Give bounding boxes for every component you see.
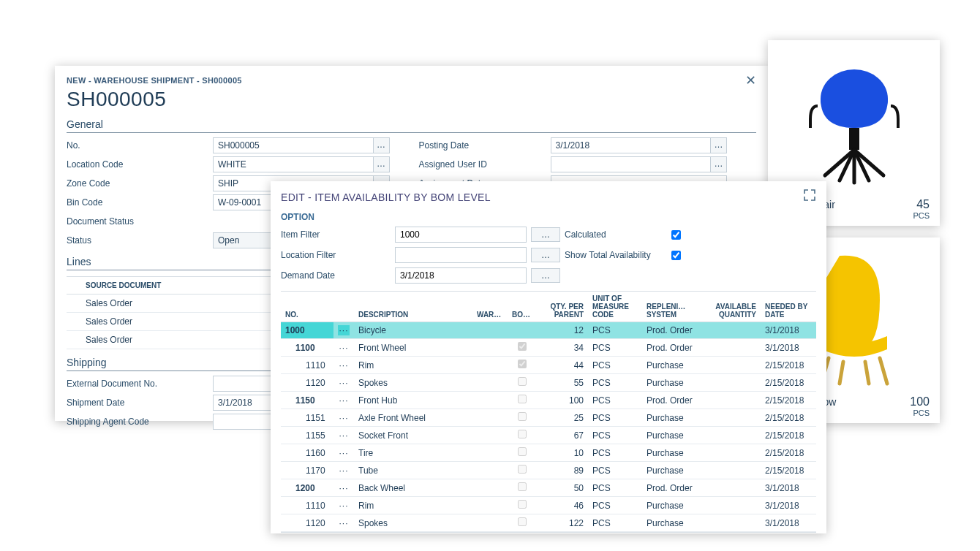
bo-checkbox [518,342,527,351]
row-menu-icon[interactable]: ··· [338,378,350,388]
user-field[interactable] [551,156,712,172]
no-field[interactable] [213,137,374,153]
calculated-label: Calculated [565,229,667,240]
col-bo[interactable]: BO… [508,292,537,322]
bo-checkbox [518,447,527,456]
item-filter-lookup[interactable]: … [531,227,560,242]
svg-line-8 [880,358,887,384]
svg-line-9 [840,362,843,384]
modal-title: EDIT - ITEM AVAILABILITY BY BOM LEVEL [281,191,816,203]
status-label: Status [67,232,213,248]
no-label: No. [67,137,213,153]
table-row[interactable]: 1200 ··· Back Wheel 50PCSProd. Order3/1/… [281,479,816,497]
col-repl[interactable]: REPLENI… SYSTEM [642,292,704,322]
product-qty: 45 [916,198,930,211]
table-row[interactable]: 1110 ··· Rim 46PCSPurchase3/1/2018 [281,497,816,514]
row-menu-icon[interactable]: ··· [338,325,350,335]
docstatus-label: Document Status [67,213,213,229]
row-menu-icon[interactable]: ··· [338,501,350,511]
row-menu-icon[interactable]: ··· [338,430,350,441]
table-row[interactable]: 1120 ··· Spokes 55PCSPurchase2/15/2018 [281,374,816,392]
table-row[interactable]: 1000 ··· Bicycle 12PCSProd. Order3/1/201… [281,322,816,339]
table-row[interactable]: 1155 ··· Socket Front 67PCSPurchase2/15/… [281,427,816,444]
posting-field[interactable] [551,137,712,153]
loc-filter-label: Location Filter [281,250,391,260]
demand-field[interactable] [395,267,527,284]
item-availability-modal: EDIT - ITEM AVAILABILITY BY BOM LEVEL OP… [271,181,826,533]
loc-field[interactable] [213,156,374,172]
loc-label: Location Code [67,156,213,172]
row-menu-icon[interactable]: ··· [338,466,350,476]
bin-label: Bin Code [67,194,213,210]
bo-checkbox [518,412,527,421]
item-filter-label: Item Filter [281,229,391,240]
col-avail[interactable]: AVAILABLE QUANTITY [704,292,761,322]
option-head: OPTION [281,212,816,222]
table-row[interactable]: 1151 ··· Axle Front Wheel 25PCSPurchase2… [281,409,816,427]
row-menu-icon[interactable]: ··· [338,518,350,528]
calculated-checkbox[interactable] [671,230,681,240]
row-menu-icon[interactable]: ··· [338,360,350,370]
svg-line-10 [865,362,869,384]
table-row[interactable]: 1150 ··· Front Hub 100PCSProd. Order2/15… [281,392,816,409]
bo-checkbox [518,430,527,438]
row-menu-icon[interactable]: ··· [338,395,350,406]
loc-filter-lookup[interactable]: … [531,248,560,262]
row-menu-icon[interactable]: ··· [338,483,350,493]
bo-checkbox [518,395,527,403]
loc-filter-field[interactable] [395,247,527,263]
table-row[interactable]: 1160 ··· Tire 10PCSPurchase2/15/2018 [281,444,816,462]
demand-lookup[interactable]: … [531,268,560,283]
user-label: Assigned User ID [419,156,551,172]
breadcrumb: NEW - WAREHOUSE SHIPMENT - SH000005 [67,76,756,85]
shipdate-label: Shipment Date [67,395,213,411]
item-filter-field[interactable] [395,227,527,243]
table-row[interactable]: 1120 ··· Spokes 122PCSPurchase3/1/2018 [281,514,816,532]
product-qty: 100 [910,395,930,408]
col-desc[interactable]: DESCRIPTION [354,292,472,322]
agent-label: Shipping Agent Code [67,414,213,430]
bo-checkbox [518,482,527,491]
table-row[interactable]: 1170 ··· Tube 89PCSPurchase2/15/2018 [281,462,816,479]
table-row[interactable]: 1110 ··· Rim 44PCSPurchase2/15/2018 [281,357,816,374]
showtotal-checkbox[interactable] [671,251,681,260]
svg-rect-1 [849,128,859,150]
showtotal-label: Show Total Availability [565,250,667,260]
col-war[interactable]: WAR… [472,292,508,322]
zone-label: Zone Code [67,175,213,191]
product-image [778,48,930,194]
bo-checkbox [518,360,527,368]
col-no[interactable]: NO. [281,292,333,322]
close-icon[interactable]: ✕ [743,73,758,88]
posting-label: Posting Date [419,137,551,153]
user-lookup[interactable]: … [711,156,727,172]
row-menu-icon[interactable]: ··· [338,448,350,458]
bo-checkbox [518,500,527,509]
loc-lookup[interactable]: … [374,156,390,172]
row-menu-icon[interactable]: ··· [338,413,350,423]
bo-checkbox [518,465,527,474]
section-general[interactable]: General [67,118,756,133]
ext-label: External Document No. [67,376,213,392]
posting-lookup[interactable]: … [711,137,727,153]
page-title: SH000005 [67,88,756,111]
no-lookup[interactable]: … [374,137,390,153]
expand-icon[interactable] [803,189,816,202]
row-menu-icon[interactable]: ··· [338,343,350,353]
table-row[interactable]: 1100 ··· Front Wheel 34PCSProd. Order3/1… [281,339,816,357]
col-qty[interactable]: QTY. PER PARENT [537,292,588,322]
demand-label: Demand Date [281,270,391,281]
bom-table: NO. DESCRIPTION WAR… BO… QTY. PER PARENT… [281,291,816,533]
col-uom[interactable]: UNIT OF MEASURE CODE [588,292,642,322]
bo-checkbox [518,517,527,526]
bo-checkbox [518,377,527,386]
col-needed[interactable]: NEEDED BY DATE [761,292,816,322]
